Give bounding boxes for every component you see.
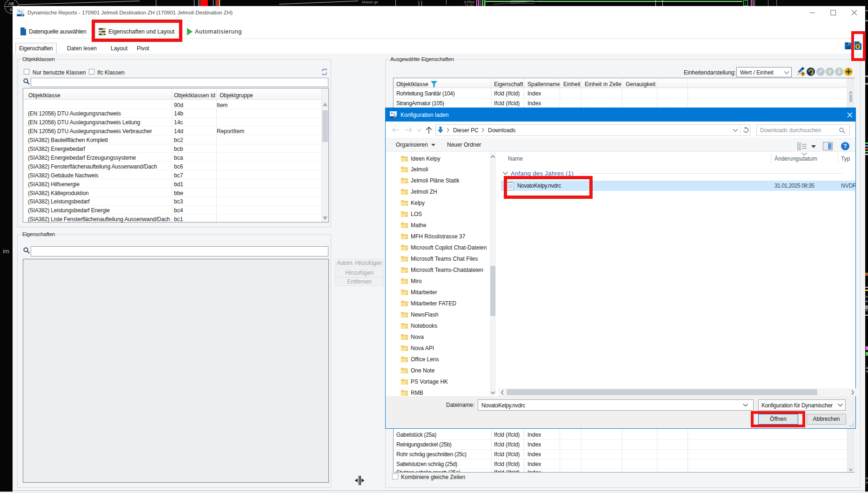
svg-text:AB: AB — [8, 1, 14, 6]
svg-text:6: 6 — [10, 7, 12, 12]
svg-text:?: ? — [843, 143, 847, 149]
